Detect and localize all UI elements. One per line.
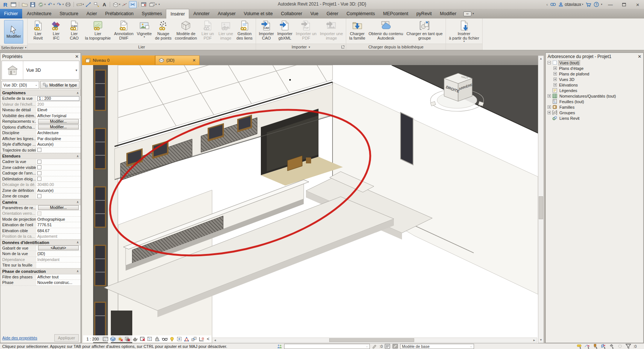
properties-help-link[interactable]: Aide des propriétés: [2, 336, 37, 340]
dialog-launcher-icon[interactable]: [341, 45, 344, 48]
property-value[interactable]: Aucun(e): [36, 142, 81, 147]
user-caret-icon[interactable]: ▾: [582, 3, 583, 6]
charger-la-famille-button[interactable]: Charger la famille: [348, 19, 366, 41]
tab-annoter[interactable]: Annoter: [189, 9, 214, 18]
property-value[interactable]: Aucun(e): [36, 188, 81, 193]
print-icon[interactable]: [64, 1, 72, 8]
scale-button[interactable]: 1 : 200: [84, 336, 102, 342]
tree-item-vues[interactable]: Vues (tout): [546, 60, 643, 65]
sync-caret-icon[interactable]: ▾: [44, 3, 46, 6]
switch-windows-icon[interactable]: [148, 1, 156, 8]
panel-label-selectionner[interactable]: Sélectionner▾: [0, 45, 27, 50]
shadows-off-icon[interactable]: [125, 336, 131, 342]
tree-item-vues-3d[interactable]: Vues 3D: [546, 77, 643, 82]
nuage-de-points-button[interactable]: Nuage de points: [154, 19, 173, 41]
gabarit-button[interactable]: <Aucun>: [38, 245, 79, 250]
property-value[interactable]: Afficher l'original: [36, 113, 81, 119]
checkbox[interactable]: [37, 177, 41, 181]
checkbox[interactable]: [37, 148, 41, 152]
measure-icon[interactable]: [75, 1, 83, 8]
lier-ifc-button[interactable]: Lier IFC: [48, 19, 65, 41]
obtenir-du-contenu-autodesk-button[interactable]: Obtenir du contenu Autodesk: [368, 19, 405, 41]
project-browser-close-icon[interactable]: ✕: [638, 54, 641, 59]
measure-caret-icon[interactable]: ▾: [83, 3, 84, 6]
thin-lines-icon[interactable]: [129, 1, 137, 8]
design-option-combo[interactable]: Modèle de base⌄: [400, 344, 474, 349]
section-graphismes[interactable]: Graphismes∧: [0, 90, 81, 96]
importer-gbxml-button[interactable]: Importer gbXML: [276, 19, 294, 41]
locked-3d-view-icon[interactable]: [154, 336, 161, 342]
modifier-button[interactable]: Modifier...: [38, 125, 79, 129]
switch-windows-caret-icon[interactable]: ▾: [156, 3, 157, 6]
select-underlay-toggle-icon[interactable]: [585, 343, 590, 349]
tree-item-familles[interactable]: Familles: [546, 104, 643, 110]
modify-type-button[interactable]: Modifier le type: [40, 81, 79, 89]
aligned-dimension-icon[interactable]: [84, 1, 92, 8]
highlight-displacement-sets-icon[interactable]: [191, 336, 198, 342]
lier-cao-button[interactable]: CADLier CAO: [66, 19, 83, 41]
checkbox[interactable]: [37, 160, 41, 164]
modele-de-coordination-button[interactable]: Modèle de coordination: [174, 19, 198, 41]
tab-vue[interactable]: Vue: [306, 9, 323, 18]
panel-slideout-icon[interactable]: ▾: [309, 45, 310, 49]
tab-architecture[interactable]: Architecture: [23, 9, 56, 18]
expand-icon[interactable]: [548, 105, 551, 109]
app-store-cart-icon[interactable]: [586, 2, 591, 7]
redo-icon[interactable]: ↷: [55, 1, 63, 8]
tree-item-legendes[interactable]: Légendes: [546, 88, 643, 93]
user-account[interactable]: otaviaux ▾: [559, 2, 583, 7]
section-donnees-identification[interactable]: Données d'identification∧: [0, 240, 81, 245]
tab-fichier[interactable]: Fichier: [0, 9, 22, 18]
scroll-up-icon[interactable]: ▲: [538, 56, 544, 61]
tab-complements[interactable]: Compléments: [343, 9, 379, 18]
expand-icon[interactable]: [553, 72, 557, 75]
save-icon[interactable]: [29, 1, 37, 8]
close-inactive-views-icon[interactable]: [140, 1, 148, 8]
vertical-scroll-thumb[interactable]: [539, 196, 543, 219]
tree-item-elevations[interactable]: Elévations: [546, 82, 643, 88]
property-value[interactable]: {3D}: [36, 251, 81, 257]
tree-item-plans-etage[interactable]: Plans d'étage: [546, 65, 643, 71]
vertical-scrollbar[interactable]: ▲ ▼: [538, 55, 544, 343]
default-3d-view-caret-icon[interactable]: ▾: [119, 3, 120, 6]
help-caret-icon[interactable]: ▾: [601, 3, 602, 6]
expand-icon[interactable]: [553, 83, 557, 87]
properties-close-icon[interactable]: ✕: [75, 54, 79, 59]
scale-input[interactable]: 1 : 200: [37, 96, 79, 101]
inserer-a-partir-du-fichier-button[interactable]: Insérer à partir du fichier▾: [448, 19, 480, 43]
gestion-des-liens-button[interactable]: Gestion des liens: [235, 19, 253, 41]
section-icon[interactable]: [121, 1, 129, 8]
view-tab-niveau-0[interactable]: Niveau 0: [82, 55, 155, 65]
scroll-right-icon[interactable]: ►: [532, 338, 537, 342]
selection-filter-icon[interactable]: [625, 343, 631, 349]
home-icon[interactable]: [10, 1, 17, 8]
expand-icon[interactable]: [553, 78, 557, 81]
view-bar-collapse-icon[interactable]: <: [206, 336, 211, 342]
tab-volume-et-site[interactable]: Volume et site: [240, 9, 277, 18]
workset-combo[interactable]: ⌄: [284, 344, 370, 349]
tab-pyrevit[interactable]: pyRevit: [412, 9, 436, 18]
section-camera[interactable]: Caméra∧: [0, 199, 81, 205]
lier-revit-button[interactable]: RLier Revit: [30, 19, 47, 41]
tab-systemes[interactable]: Systèmes: [138, 9, 166, 18]
property-value[interactable]: Architecture: [36, 130, 81, 136]
editing-requests-icon[interactable]: [385, 343, 391, 349]
drag-on-selection-toggle-icon[interactable]: [609, 343, 615, 349]
editable-only-icon[interactable]: [372, 343, 378, 349]
open-icon[interactable]: [21, 1, 28, 8]
scroll-left-icon[interactable]: ◄: [212, 338, 218, 342]
drawing-area[interactable]: DROITE ARRIÈRE HAUT 1 : 200 < ◄ ►: [82, 65, 538, 343]
select-by-face-toggle-icon[interactable]: [601, 343, 607, 349]
tab-modifier[interactable]: Modifier: [436, 9, 460, 18]
tab-collaborer[interactable]: Collaborer: [277, 9, 306, 18]
crop-view-icon[interactable]: [139, 336, 146, 342]
expand-icon[interactable]: [548, 111, 551, 114]
reveal-hidden-elements-icon[interactable]: [169, 336, 176, 342]
render-icon[interactable]: [132, 336, 139, 342]
view-filter-combo[interactable]: Vue 3D: {3D}⌄: [1, 81, 39, 89]
property-value[interactable]: Nouvelle construc...: [36, 280, 81, 285]
default-3d-view-icon[interactable]: [112, 1, 119, 8]
collapse-expander-icon[interactable]: [548, 61, 551, 64]
scroll-down-icon[interactable]: ▼: [538, 337, 544, 343]
sync-with-central-icon[interactable]: [37, 1, 45, 8]
